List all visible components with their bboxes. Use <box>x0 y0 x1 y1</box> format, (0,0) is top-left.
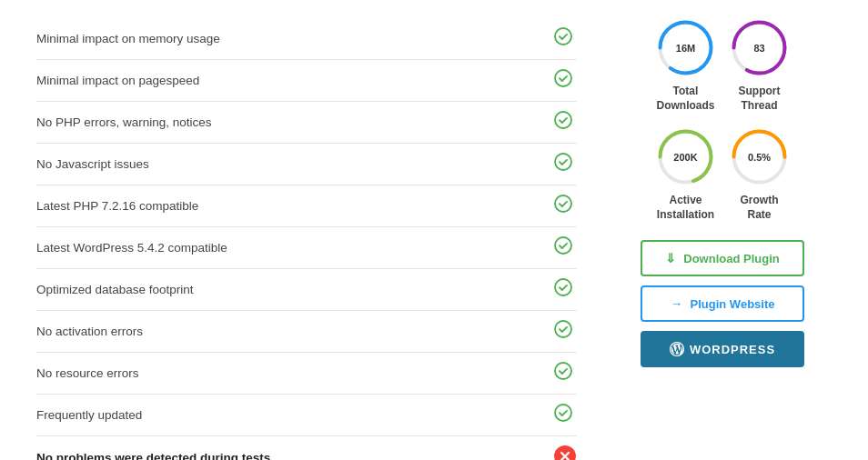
check-icon <box>550 110 577 135</box>
stat-item-active-installation: 200K ActiveInstallation <box>656 127 715 222</box>
svg-point-6 <box>555 279 571 295</box>
feature-label: Latest PHP 7.2.16 compatible <box>36 199 198 213</box>
svg-point-4 <box>555 195 571 212</box>
wordpress-logo: WordPress <box>670 342 775 356</box>
stat-label-total-downloads: TotalDownloads <box>656 85 714 113</box>
feature-label: Frequently updated <box>36 408 142 422</box>
stat-label-support-thread: SupportThread <box>739 85 781 113</box>
table-row: Frequently updated <box>36 395 577 436</box>
feature-label: No resource errors <box>36 366 139 380</box>
table-row: No activation errors <box>36 311 577 353</box>
check-icon <box>550 26 577 51</box>
table-row: Minimal impact on pagespeed <box>36 60 577 102</box>
wp-icon <box>670 342 684 356</box>
stat-circle-total-downloads: 16M <box>656 18 715 77</box>
stat-value-support-thread: 83 <box>753 43 764 54</box>
stat-circle-active-installation: 200K <box>656 127 715 186</box>
stat-circle-support-thread: 83 <box>730 18 789 77</box>
feature-label: No activation errors <box>36 325 143 338</box>
table-row: Minimal impact on memory usage <box>36 18 577 60</box>
stat-value-active-installation: 200K <box>673 152 697 163</box>
cross-icon <box>553 445 577 460</box>
download-icon: ⇓ <box>665 251 676 265</box>
stats-grid: 16M TotalDownloads 83 SupportThread 200K <box>656 18 789 222</box>
stat-value-growth-rate: 0.5% <box>748 152 771 163</box>
svg-point-2 <box>555 112 571 128</box>
check-icon <box>550 68 577 93</box>
download-plugin-button[interactable]: ⇓ Download Plugin <box>641 240 804 276</box>
svg-point-0 <box>555 28 571 45</box>
svg-point-9 <box>555 405 571 421</box>
table-row: No resource errors <box>36 353 577 395</box>
table-row: No problems were detected during tests. <box>36 436 577 460</box>
svg-point-1 <box>555 70 571 86</box>
features-section: Minimal impact on memory usage Minimal i… <box>36 18 577 460</box>
feature-label: No Javascript issues <box>36 157 149 171</box>
check-icon <box>550 277 577 302</box>
svg-point-7 <box>555 321 571 337</box>
feature-label: No PHP errors, warning, notices <box>36 115 212 129</box>
check-icon <box>550 152 577 176</box>
stat-item-support-thread: 83 SupportThread <box>730 18 789 113</box>
website-button-label: Plugin Website <box>691 297 775 311</box>
stats-section: 16M TotalDownloads 83 SupportThread 200K <box>613 18 832 460</box>
table-row: No PHP errors, warning, notices <box>36 102 577 144</box>
arrow-icon: → <box>671 296 683 311</box>
table-row: No Javascript issues <box>36 144 577 185</box>
wordpress-button[interactable]: WordPress <box>641 331 804 367</box>
stat-label-growth-rate: GrowthRate <box>741 194 779 222</box>
feature-label: No problems were detected during tests. <box>36 451 274 460</box>
svg-point-5 <box>555 237 571 254</box>
main-container: Minimal impact on memory usage Minimal i… <box>36 18 832 460</box>
stat-circle-growth-rate: 0.5% <box>730 127 789 186</box>
stat-item-growth-rate: 0.5% GrowthRate <box>730 127 789 222</box>
table-row: Optimized database footprint <box>36 269 577 311</box>
check-icon <box>550 319 577 344</box>
plugin-website-button[interactable]: → Plugin Website <box>641 285 804 322</box>
svg-point-10 <box>554 445 576 460</box>
svg-point-3 <box>555 154 571 170</box>
check-icon <box>550 194 577 218</box>
check-icon <box>550 361 577 385</box>
svg-point-8 <box>555 363 571 379</box>
stat-label-active-installation: ActiveInstallation <box>657 194 714 222</box>
check-icon <box>550 235 577 260</box>
feature-label: Optimized database footprint <box>36 283 194 296</box>
stat-item-total-downloads: 16M TotalDownloads <box>656 18 715 113</box>
check-icon <box>550 403 577 427</box>
feature-label: Minimal impact on memory usage <box>36 32 220 45</box>
stat-value-total-downloads: 16M <box>676 43 695 54</box>
download-button-label: Download Plugin <box>683 252 779 265</box>
feature-label: Minimal impact on pagespeed <box>36 74 199 87</box>
wordpress-button-label: WordPress <box>690 343 775 356</box>
table-row: Latest WordPress 5.4.2 compatible <box>36 227 577 269</box>
table-row: Latest PHP 7.2.16 compatible <box>36 185 577 227</box>
feature-label: Latest WordPress 5.4.2 compatible <box>36 241 227 255</box>
